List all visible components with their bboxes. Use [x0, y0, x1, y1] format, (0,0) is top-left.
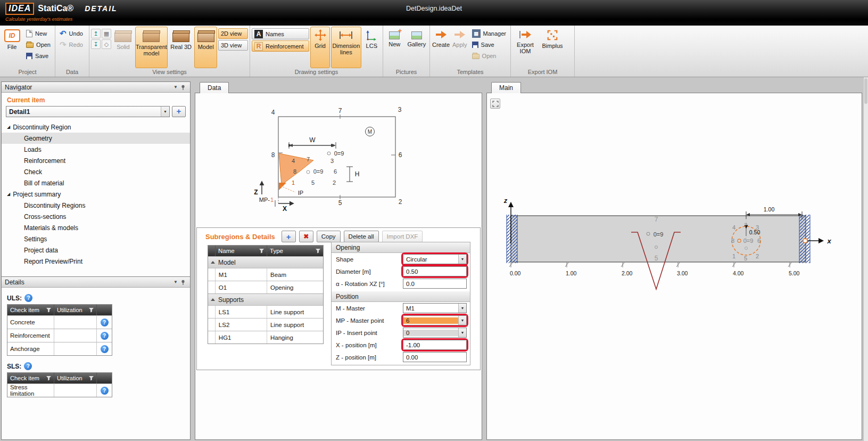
property-row-insert-point: IP - Insert point 0 ▼ — [332, 326, 470, 339]
uls-help-header — [97, 305, 112, 315]
uls-row-concrete[interactable]: Concrete ? — [7, 315, 112, 329]
model-view-button[interactable]: Model — [194, 27, 217, 68]
group-label-project: Project — [0, 68, 55, 77]
sls-row-stress-limitation[interactable]: Stress limitation ? — [7, 383, 112, 397]
uls-row-reinforcement[interactable]: Reinforcement ? — [7, 329, 112, 342]
delete-subregion-button[interactable]: ✖ — [299, 231, 313, 242]
rotation-input[interactable] — [403, 279, 467, 289]
help-icon[interactable]: ? — [101, 318, 109, 326]
tree-item-materials-models[interactable]: Materials & models — [2, 222, 190, 233]
table-row-o1[interactable]: O1 Opening — [208, 281, 323, 293]
table-row-m1[interactable]: M1 Beam — [208, 268, 323, 281]
fit-view-icon[interactable]: ↧ — [91, 39, 101, 49]
new-project-button[interactable]: New — [23, 28, 53, 38]
axonometry-icon[interactable]: ◇ — [102, 39, 111, 49]
save-project-button[interactable]: Save — [23, 51, 53, 61]
vertical-scrollbar[interactable] — [863, 77, 868, 441]
help-icon[interactable]: ? — [24, 362, 32, 370]
diameter-label: Diameter [m] — [336, 268, 401, 275]
delete-all-button[interactable]: Delete all — [344, 231, 379, 242]
view-2d-button[interactable]: 2D view — [218, 28, 248, 39]
template-manager-button[interactable]: ▤ Manager — [469, 28, 509, 38]
current-item-select[interactable]: Detail1 ▼ — [6, 106, 170, 117]
group-row-model[interactable]: Model — [208, 256, 323, 268]
uls-row-anchorage[interactable]: Anchorage ? — [7, 342, 112, 355]
column-header-name[interactable]: Name — [216, 246, 267, 256]
add-detail-button[interactable]: + — [172, 106, 186, 117]
collapse-chevron-icon[interactable]: ▼ — [172, 279, 179, 286]
tree-item-discontinuity-regions[interactable]: Discontinuity Regions — [2, 200, 190, 211]
reinforcement-toggle-button[interactable]: R Reinforcement — [252, 40, 309, 52]
group-header-opening[interactable]: Opening — [332, 242, 470, 253]
pin-icon[interactable] — [179, 84, 187, 91]
import-dxf-button[interactable]: Import DXF — [382, 231, 423, 242]
template-apply-button[interactable]: Apply — [451, 27, 468, 68]
header-label: Check item — [10, 307, 39, 313]
tree-item-check[interactable]: Check — [2, 166, 190, 177]
group-header-position[interactable]: Position — [332, 291, 470, 302]
sls-check-item-header[interactable]: Check item — [7, 373, 54, 383]
grid-toggle-button[interactable]: Grid — [310, 27, 330, 68]
tree-item-settings[interactable]: Settings — [2, 233, 190, 244]
gallery-button[interactable]: Gallery — [406, 27, 428, 68]
uls-check-item-header[interactable]: Check item — [7, 305, 54, 315]
collapse-chevron-icon[interactable]: ▼ — [172, 84, 179, 91]
tree-item-project-data[interactable]: Project data — [2, 244, 190, 256]
uls-utilization-header[interactable]: Utilization — [54, 305, 97, 315]
master-point-select[interactable]: 6 ▼ — [403, 315, 467, 325]
tree-item-reinforcement[interactable]: Reinforcement — [2, 155, 190, 166]
template-create-button[interactable]: Create — [432, 27, 450, 68]
tree-item-loads[interactable]: Loads — [2, 144, 190, 155]
view-3d-button[interactable]: 3D view — [218, 40, 248, 51]
transparent-model-button[interactable]: Transparent model — [135, 27, 168, 68]
group-row-supports[interactable]: Supports — [208, 293, 323, 305]
names-icon: A — [254, 30, 263, 38]
scrollbar-thumb[interactable] — [864, 78, 867, 104]
details-header: Details ▼ — [2, 277, 190, 288]
view-cube-icon[interactable]: ▦ — [102, 29, 111, 38]
undo-button[interactable]: ↶ Undo — [57, 28, 86, 38]
tree-item-project-summary[interactable]: ◢ Project summary — [2, 189, 190, 200]
lcs-toggle-button[interactable]: LCS — [362, 27, 381, 68]
real-3d-button[interactable]: Real 3D — [169, 27, 193, 68]
copy-button[interactable]: Copy — [317, 231, 341, 242]
pin-icon[interactable] — [179, 279, 187, 286]
names-toggle-button[interactable]: A Names — [252, 28, 309, 39]
bimplus-button[interactable]: Bimplus — [539, 27, 566, 68]
master-select[interactable]: M1 ▼ — [403, 303, 467, 313]
dimension-lines-toggle-button[interactable]: Dimension lines — [331, 27, 361, 68]
sls-utilization-header[interactable]: Utilization — [54, 373, 97, 383]
insert-point-select[interactable]: 0 ▼ — [403, 328, 467, 338]
add-subregion-button[interactable]: + — [282, 231, 296, 242]
help-icon[interactable]: ? — [24, 294, 32, 302]
tree-item-discontinuity-region[interactable]: ◢ Discontinuity Region — [2, 121, 190, 133]
table-row-hg1[interactable]: HG1 Hanging — [208, 331, 323, 344]
shape-select[interactable]: Circular ▼ — [403, 254, 467, 264]
help-icon[interactable]: ? — [101, 332, 109, 340]
x-position-input[interactable] — [403, 340, 467, 350]
diameter-input[interactable] — [403, 266, 467, 276]
z-position-input[interactable] — [403, 352, 467, 362]
solid-view-button[interactable]: Solid — [112, 27, 134, 68]
tree-item-geometry[interactable]: Geometry — [2, 133, 190, 144]
tree-item-report-preview-print[interactable]: Report Preview/Print — [2, 256, 190, 267]
zoom-all-icon[interactable]: ↥ — [91, 29, 101, 38]
tab-main[interactable]: Main — [491, 82, 521, 93]
new-label: New — [35, 30, 47, 37]
help-icon[interactable]: ? — [101, 345, 109, 353]
open-project-button[interactable]: Open — [23, 39, 53, 50]
reinforcement-label: Reinforcement — [266, 43, 304, 50]
table-row-ls2[interactable]: LS2 Line support — [208, 318, 323, 331]
table-row-ls1[interactable]: LS1 Line support — [208, 305, 323, 318]
export-iom-button[interactable]: Export IOM — [512, 27, 538, 68]
redo-button[interactable]: ↷ Redo — [57, 39, 86, 50]
tab-data[interactable]: Data — [200, 82, 229, 93]
tree-item-bill-of-material[interactable]: Bill of material — [2, 177, 190, 189]
template-save-button[interactable]: Save — [469, 39, 509, 50]
help-icon[interactable]: ? — [101, 387, 109, 395]
column-header-type[interactable]: Type — [267, 246, 323, 256]
file-button[interactable]: ID File — [2, 27, 22, 68]
template-open-button[interactable]: Open — [469, 51, 509, 61]
picture-new-button[interactable]: New — [385, 27, 404, 68]
tree-item-cross-sections[interactable]: Cross-sections — [2, 211, 190, 222]
